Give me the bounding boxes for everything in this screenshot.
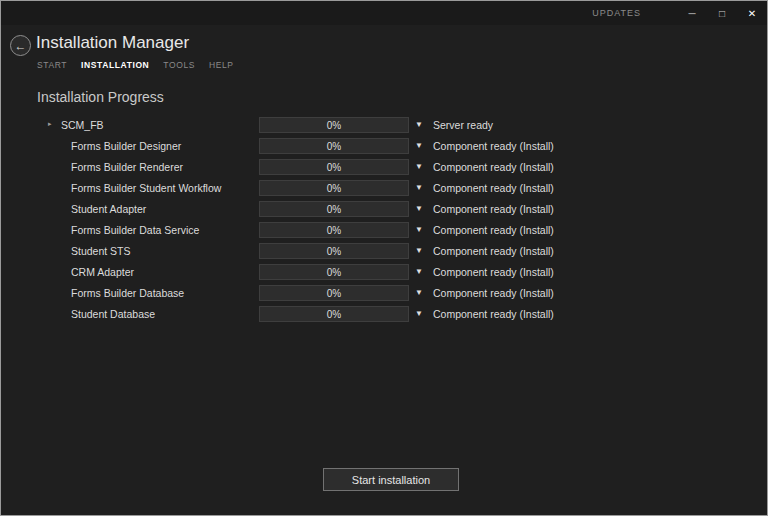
chevron-down-icon[interactable]: ▼ — [415, 183, 423, 192]
progress-percent: 0% — [327, 288, 341, 299]
component-row: ▸ Student Database 0% ▼ Component ready … — [1, 304, 767, 325]
rows-container: ▸ SCM_FB 0% ▼ Server ready ▸ Forms Build… — [1, 115, 767, 325]
chevron-down-icon[interactable]: ▼ — [415, 204, 423, 213]
component-name: Forms Builder Designer — [71, 140, 181, 152]
progress-bar: 0% — [259, 201, 409, 217]
nav-item-installation[interactable]: INSTALLATION — [81, 60, 149, 70]
chevron-down-icon[interactable]: ▼ — [415, 246, 423, 255]
nav-item-tools[interactable]: TOOLS — [163, 60, 195, 70]
close-icon: ✕ — [748, 8, 756, 19]
progress-bar: 0% — [259, 222, 409, 238]
component-name: Student Database — [71, 308, 155, 320]
component-status: Component ready (Install) — [433, 140, 554, 152]
component-name: Student Adapter — [71, 203, 146, 215]
component-row: ▸ Student STS 0% ▼ Component ready (Inst… — [1, 241, 767, 262]
progress-percent: 0% — [327, 225, 341, 236]
chevron-down-icon[interactable]: ▼ — [415, 225, 423, 234]
component-status: Component ready (Install) — [433, 266, 554, 278]
component-row: ▸ CRM Adapter 0% ▼ Component ready (Inst… — [1, 262, 767, 283]
app-window: UPDATES ─ □ ✕ ← Installation Manager STA… — [0, 0, 768, 516]
component-status: Component ready (Install) — [433, 161, 554, 173]
minimize-icon: ─ — [688, 8, 695, 19]
chevron-down-icon[interactable]: ▼ — [415, 288, 423, 297]
component-name: Forms Builder Student Workflow — [71, 182, 221, 194]
component-name: SCM_FB — [61, 119, 104, 131]
progress-percent: 0% — [327, 120, 341, 131]
main-nav: START INSTALLATION TOOLS HELP — [37, 60, 234, 70]
component-name: Forms Builder Data Service — [71, 224, 199, 236]
chevron-down-icon[interactable]: ▼ — [415, 120, 423, 129]
component-row: ▸ SCM_FB 0% ▼ Server ready — [1, 115, 767, 136]
component-row: ▸ Forms Builder Data Service 0% ▼ Compon… — [1, 220, 767, 241]
component-row: ▸ Forms Builder Designer 0% ▼ Component … — [1, 136, 767, 157]
progress-bar: 0% — [259, 264, 409, 280]
progress-bar: 0% — [259, 117, 409, 133]
chevron-down-icon[interactable]: ▼ — [415, 309, 423, 318]
component-status: Component ready (Install) — [433, 245, 554, 257]
close-button[interactable]: ✕ — [737, 1, 767, 25]
progress-percent: 0% — [327, 267, 341, 278]
expand-icon[interactable]: ▸ — [48, 120, 52, 128]
chevron-down-icon[interactable]: ▼ — [415, 267, 423, 276]
component-row: ▸ Student Adapter 0% ▼ Component ready (… — [1, 199, 767, 220]
component-row: ▸ Forms Builder Student Workflow 0% ▼ Co… — [1, 178, 767, 199]
progress-bar: 0% — [259, 180, 409, 196]
component-status: Component ready (Install) — [433, 287, 554, 299]
app-title: Installation Manager — [36, 33, 189, 53]
progress-bar: 0% — [259, 285, 409, 301]
progress-bar: 0% — [259, 243, 409, 259]
component-status: Component ready (Install) — [433, 182, 554, 194]
maximize-button[interactable]: □ — [707, 1, 737, 25]
progress-percent: 0% — [327, 204, 341, 215]
component-name: Forms Builder Renderer — [71, 161, 183, 173]
back-button[interactable]: ← — [10, 35, 31, 56]
component-name: Student STS — [71, 245, 131, 257]
component-status: Component ready (Install) — [433, 224, 554, 236]
progress-percent: 0% — [327, 162, 341, 173]
progress-percent: 0% — [327, 141, 341, 152]
progress-percent: 0% — [327, 246, 341, 257]
progress-percent: 0% — [327, 183, 341, 194]
start-installation-button[interactable]: Start installation — [323, 468, 459, 491]
back-arrow-icon: ← — [15, 39, 27, 53]
chevron-down-icon[interactable]: ▼ — [415, 162, 423, 171]
component-name: Forms Builder Database — [71, 287, 184, 299]
nav-item-help[interactable]: HELP — [209, 60, 234, 70]
titlebar: UPDATES ─ □ ✕ — [1, 1, 767, 25]
component-row: ▸ Forms Builder Renderer 0% ▼ Component … — [1, 157, 767, 178]
component-status: Server ready — [433, 119, 493, 131]
page-title: Installation Progress — [37, 89, 164, 105]
component-status: Component ready (Install) — [433, 308, 554, 320]
chevron-down-icon[interactable]: ▼ — [415, 141, 423, 150]
minimize-button[interactable]: ─ — [677, 1, 707, 25]
progress-bar: 0% — [259, 138, 409, 154]
progress-bar: 0% — [259, 159, 409, 175]
nav-item-start[interactable]: START — [37, 60, 67, 70]
component-name: CRM Adapter — [71, 266, 134, 278]
progress-percent: 0% — [327, 309, 341, 320]
updates-link[interactable]: UPDATES — [592, 8, 641, 18]
component-row: ▸ Forms Builder Database 0% ▼ Component … — [1, 283, 767, 304]
component-status: Component ready (Install) — [433, 203, 554, 215]
maximize-icon: □ — [719, 8, 725, 19]
progress-bar: 0% — [259, 306, 409, 322]
